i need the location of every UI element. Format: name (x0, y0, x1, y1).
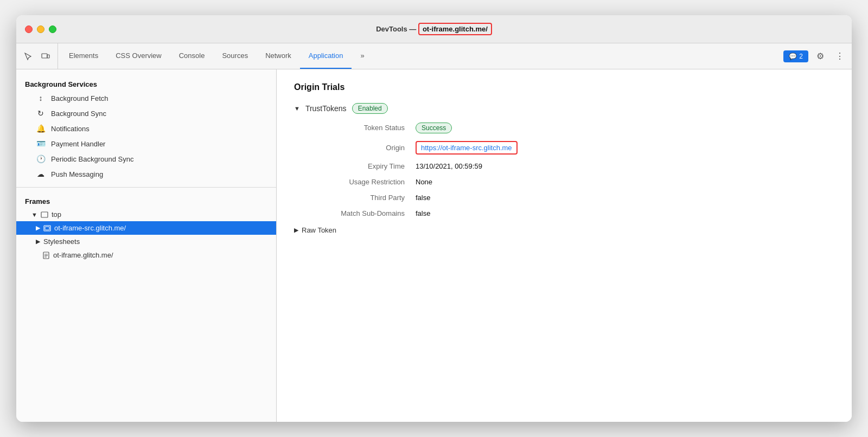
title-bar-text: DevTools — ot-iframe.glitch.me/ (376, 25, 492, 33)
main-area: Background Services ↕ Background Fetch ↻… (16, 69, 852, 422)
tab-elements[interactable]: Elements (60, 43, 107, 69)
detail-row-origin: Origin https://ot-iframe-src.glitch.me (307, 141, 834, 155)
chat-button[interactable]: 💬 2 (783, 50, 808, 62)
label-token-status: Token Status (307, 124, 416, 132)
trial-status-badge: Enabled (352, 103, 388, 114)
maximize-button[interactable] (49, 25, 56, 33)
bg-services-title: Background Services (16, 76, 276, 91)
toolbar: Elements CSS Overview Console Sources Ne… (16, 43, 852, 69)
title-url: ot-iframe.glitch.me/ (418, 23, 492, 35)
sidebar: Background Services ↕ Background Fetch ↻… (16, 69, 277, 422)
detail-row-third-party: Third Party false (307, 194, 834, 202)
page-title: Origin Trials (294, 82, 834, 92)
settings-icon[interactable]: ⚙ (813, 49, 828, 64)
more-icon[interactable]: ⋮ (832, 49, 847, 64)
label-usage: Usage Restriction (307, 178, 416, 186)
detail-table: Token Status Success Origin https://ot-i… (307, 123, 834, 217)
arrow-down-icon: ▼ (31, 211, 37, 218)
frame-icon (41, 211, 48, 218)
detail-row-token-status: Token Status Success (307, 123, 834, 133)
bg-sync-icon: ↻ (36, 109, 46, 118)
svg-rect-1 (47, 55, 49, 58)
sidebar-item-periodic-bg-sync[interactable]: 🕐 Periodic Background Sync (16, 151, 276, 166)
tab-console[interactable]: Console (170, 43, 214, 69)
nav-tabs: Elements CSS Overview Console Sources Ne… (60, 43, 373, 69)
bg-fetch-icon: ↕ (36, 94, 46, 102)
payment-handler-icon: 🪪 (36, 139, 46, 148)
content-panel: Origin Trials ▼ TrustTokens Enabled Toke… (277, 69, 852, 422)
device-toggle-icon[interactable] (38, 49, 53, 64)
sidebar-divider (16, 187, 276, 188)
svg-rect-4 (45, 227, 49, 230)
sidebar-item-push-messaging[interactable]: ☁ Push Messaging (16, 166, 276, 182)
file-icon (42, 252, 50, 259)
detail-row-expiry: Expiry Time 13/10/2021, 00:59:59 (307, 162, 834, 170)
raw-token-row[interactable]: ▶ Raw Token (294, 226, 834, 234)
toolbar-icon-group (21, 43, 58, 69)
frames-item-iframe-src[interactable]: ▶ ot-iframe-src.glitch.me/ (16, 221, 276, 235)
title-prefix: DevTools — (376, 25, 418, 33)
frames-item-stylesheets[interactable]: ▶ Stylesheets (16, 235, 276, 248)
tab-more[interactable]: » (352, 43, 373, 69)
minimize-button[interactable] (37, 25, 44, 33)
sidebar-item-bg-fetch[interactable]: ↕ Background Fetch (16, 91, 276, 106)
trial-header: ▼ TrustTokens Enabled (294, 103, 834, 114)
frames-item-iframe-glitch[interactable]: ot-iframe.glitch.me/ (16, 248, 276, 262)
tab-network[interactable]: Network (257, 43, 300, 69)
tab-application[interactable]: Application (300, 43, 352, 69)
sidebar-item-payment-handler[interactable]: 🪪 Payment Handler (16, 136, 276, 151)
value-third-party: false (416, 194, 430, 202)
notifications-icon: 🔔 (36, 124, 46, 133)
label-third-party: Third Party (307, 194, 416, 202)
frames-top[interactable]: ▼ top (16, 208, 276, 221)
iframe-icon (43, 224, 51, 232)
trial-name: TrustTokens (305, 104, 347, 113)
raw-token-expand-icon: ▶ (294, 227, 298, 234)
svg-rect-0 (42, 54, 47, 58)
svg-rect-2 (41, 212, 48, 217)
inspect-icon[interactable] (21, 49, 36, 64)
value-usage: None (416, 178, 432, 186)
trial-section: ▼ TrustTokens Enabled Token Status Succe… (294, 103, 834, 234)
value-origin: https://ot-iframe-src.glitch.me (416, 141, 518, 155)
label-subdomains: Match Sub-Domains (307, 209, 416, 217)
detail-row-subdomains: Match Sub-Domains false (307, 209, 834, 217)
value-subdomains: false (416, 209, 430, 217)
arrow-right-icon-2: ▶ (36, 238, 40, 245)
detail-row-usage: Usage Restriction None (307, 178, 834, 186)
periodic-bg-sync-icon: 🕐 (36, 155, 46, 163)
sidebar-item-bg-sync[interactable]: ↻ Background Sync (16, 106, 276, 121)
devtools-window: DevTools — ot-iframe.glitch.me/ Elements (16, 15, 852, 422)
label-expiry: Expiry Time (307, 162, 416, 170)
toolbar-right: 💬 2 ⚙ ⋮ (783, 43, 847, 69)
label-origin: Origin (307, 144, 416, 152)
value-expiry: 13/10/2021, 00:59:59 (416, 162, 482, 170)
title-bar: DevTools — ot-iframe.glitch.me/ (16, 15, 852, 43)
tab-sources[interactable]: Sources (213, 43, 257, 69)
tab-css-overview[interactable]: CSS Overview (107, 43, 170, 69)
frames-title: Frames (16, 193, 276, 208)
trial-expand-icon[interactable]: ▼ (294, 105, 300, 112)
push-messaging-icon: ☁ (36, 170, 46, 178)
sidebar-item-notifications[interactable]: 🔔 Notifications (16, 121, 276, 136)
close-button[interactable] (25, 25, 33, 33)
traffic-lights (25, 25, 56, 33)
value-token-status: Success (416, 123, 452, 133)
raw-token-label: Raw Token (302, 226, 336, 234)
arrow-right-icon: ▶ (36, 224, 40, 232)
